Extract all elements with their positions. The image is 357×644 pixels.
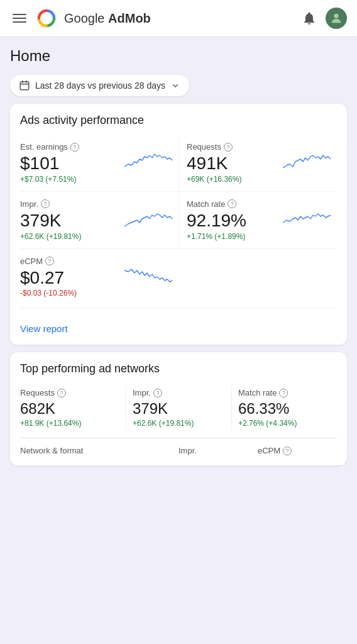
top-networks-card: Top performing ad networks Requests ? 68… xyxy=(10,352,347,465)
svg-point-2 xyxy=(334,14,338,18)
metric-requests-value: 491K xyxy=(187,154,282,174)
date-filter[interactable]: Last 28 days vs previous 28 days xyxy=(10,75,189,96)
metric-ecpm-label: eCPM ? xyxy=(20,257,123,266)
table-ecpm-info-icon[interactable]: ? xyxy=(283,447,292,455)
user-avatar[interactable] xyxy=(326,8,347,29)
admob-logo xyxy=(36,8,57,28)
calendar-icon xyxy=(19,80,30,91)
impressions-chart xyxy=(123,205,173,235)
network-metric-impr: Impr. ? 379K +62.6K (+19.81%) xyxy=(126,386,231,430)
earnings-info-icon[interactable]: ? xyxy=(70,143,79,152)
network-impr-label: Impr. ? xyxy=(133,388,231,397)
app-title: Google AdMob xyxy=(64,11,293,26)
date-filter-label: Last 28 days vs previous 28 days xyxy=(35,80,165,91)
metric-earnings-label: Est. earnings ? xyxy=(20,142,123,152)
networks-table-header: Network & format Impr. eCPM ? xyxy=(20,438,337,455)
metric-requests-change: +69K (+16.36%) xyxy=(187,175,282,184)
network-match-rate-label: Match rate ? xyxy=(238,388,337,397)
metric-impressions-label: Impr. ? xyxy=(20,199,123,209)
metric-match-rate-label: Match rate ? xyxy=(187,199,282,209)
chevron-down-icon xyxy=(170,80,180,91)
metric-match-rate-change: +1.71% (+1.89%) xyxy=(187,232,282,241)
metric-earnings: Est. earnings ? $101 +$7.03 (+7.51%) xyxy=(20,137,178,189)
network-requests-label: Requests ? xyxy=(20,388,126,397)
ecpm-info-icon[interactable]: ? xyxy=(45,257,54,265)
network-match-rate-value: 66.33% xyxy=(238,400,337,418)
navbar: Google AdMob xyxy=(0,0,357,37)
network-impr-info-icon[interactable]: ? xyxy=(153,389,162,397)
page-title: Home xyxy=(10,47,347,65)
table-header-ecpm: eCPM ? xyxy=(258,446,337,455)
notifications-icon[interactable] xyxy=(300,9,318,27)
impressions-info-icon[interactable]: ? xyxy=(41,199,50,208)
network-match-rate-info-icon[interactable]: ? xyxy=(279,389,288,397)
network-impr-change: +62.6K (+19.81%) xyxy=(133,419,231,428)
match-rate-chart xyxy=(282,205,332,235)
metric-ecpm-value: $0.27 xyxy=(20,269,123,288)
table-header-impr: Impr. xyxy=(178,446,258,455)
metric-earnings-value: $101 xyxy=(20,154,123,174)
metric-requests-label: Requests ? xyxy=(187,142,282,152)
network-requests-info-icon[interactable]: ? xyxy=(57,389,66,397)
network-metric-requests: Requests ? 682K +81.9K (+13.64%) xyxy=(20,386,126,430)
metric-ecpm-change: -$0.03 (-10.26%) xyxy=(20,289,123,297)
table-header-network: Network & format xyxy=(20,446,178,455)
network-impr-value: 379K xyxy=(133,400,231,418)
page-content: Home Last 28 days vs previous 28 days Ad… xyxy=(0,37,357,475)
requests-chart xyxy=(282,148,332,178)
metric-match-rate: Match rate ? 92.19% +1.71% (+1.89%) xyxy=(178,194,337,246)
menu-icon[interactable] xyxy=(10,11,29,25)
network-requests-value: 682K xyxy=(20,400,126,418)
requests-info-icon[interactable]: ? xyxy=(224,143,233,152)
network-metric-match-rate: Match rate ? 66.33% +2.76% (+4.34%) xyxy=(231,386,337,430)
ads-performance-title: Ads activity performance xyxy=(20,114,337,127)
match-rate-info-icon[interactable]: ? xyxy=(228,199,236,208)
metric-requests: Requests ? 491K +69K (+16.36%) xyxy=(178,137,337,189)
metric-earnings-change: +$7.03 (+7.51%) xyxy=(20,175,123,184)
metric-impressions-value: 379K xyxy=(20,211,123,231)
ads-performance-card: Ads activity performance Est. earnings ?… xyxy=(10,104,347,345)
svg-point-1 xyxy=(43,15,50,21)
ecpm-chart xyxy=(123,262,173,292)
network-requests-change: +81.9K (+13.64%) xyxy=(20,419,126,428)
network-match-rate-change: +2.76% (+4.34%) xyxy=(238,419,337,428)
metric-impressions-change: +62.6K (+19.81%) xyxy=(20,232,123,241)
top-networks-title: Top performing ad networks xyxy=(20,362,337,375)
metric-match-rate-value: 92.19% xyxy=(187,211,282,231)
svg-rect-3 xyxy=(20,82,29,90)
metric-impressions: Impr. ? 379K +62.6K (+19.81%) xyxy=(20,194,178,246)
metric-ecpm: eCPM ? $0.27 -$0.03 (-10.26%) xyxy=(20,252,178,303)
view-report-link[interactable]: View report xyxy=(20,323,68,334)
earnings-chart xyxy=(123,148,173,178)
